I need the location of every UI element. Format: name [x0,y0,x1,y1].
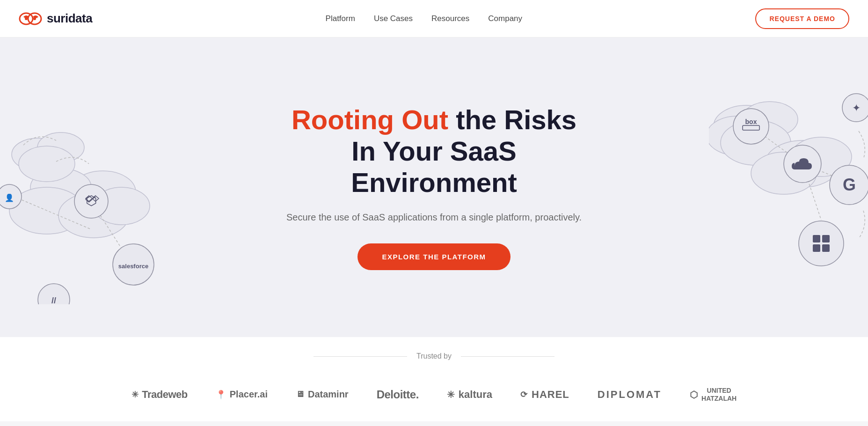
svg-text:box: box [745,118,757,125]
hero-subtitle: Secure the use of SaaS applications from… [275,210,593,225]
logo-united-hatzalah: ⬡ UNITEDHATZALAH [690,387,737,403]
kaltura-icon: ✳ [447,389,455,400]
request-demo-button[interactable]: REQUEST A DEMO [755,8,849,29]
svg-rect-42 [813,235,820,242]
logo[interactable]: suridata [19,9,92,28]
hero-title: Rooting Out the RisksIn Your SaaS Enviro… [275,104,593,198]
placer-icon: 📍 [216,389,226,400]
logo-diplomat: DIPLOMAT [598,389,662,401]
logo-kaltura: ✳ kaltura [447,389,492,401]
trusted-logos: ✳ Tradeweb 📍 Placer.ai 🖥 Dataminr Deloit… [28,387,840,412]
svg-text:👤: 👤 [5,193,14,202]
explore-platform-button[interactable]: EXPLORE THE PLATFORM [357,243,510,270]
svg-point-33 [733,109,769,144]
hero-content: Rooting Out the RisksIn Your SaaS Enviro… [275,104,593,270]
united-hatzalah-icon: ⬡ [690,389,698,400]
logo-placer: 📍 Placer.ai [216,389,268,400]
logo-deloitte: Deloitte. [377,388,419,401]
logo-tradeweb: ✳ Tradeweb [131,389,188,401]
trusted-section: Trusted by ✳ Tradeweb 📍 Placer.ai 🖥 Data… [0,337,868,421]
svg-text:✦: ✦ [852,102,861,114]
svg-text:salesforce: salesforce [118,263,148,270]
trusted-label: Trusted by [416,352,452,360]
dataminr-icon: 🖥 [296,389,304,399]
svg-text://: // [51,296,56,304]
left-cloud-illustration: ⬡ salesforce // 👤 [0,70,178,304]
svg-point-3 [33,17,36,20]
svg-rect-45 [822,244,830,252]
nav-resources[interactable]: Resources [431,14,469,23]
right-cloud-illustration: box ✦ G [709,70,868,304]
svg-rect-44 [813,244,820,252]
svg-point-41 [799,221,844,266]
nav-use-cases[interactable]: Use Cases [374,14,413,23]
svg-point-2 [25,17,28,20]
svg-text:G: G [843,175,856,194]
logo-text: suridata [47,11,92,26]
hero-title-highlight: Rooting Out [292,104,448,135]
logo-dataminr: 🖥 Dataminr [296,389,349,400]
logo-icon [19,9,42,28]
header: suridata Platform Use Cases Resources Co… [0,0,868,37]
svg-rect-43 [822,235,830,242]
harel-icon: ⟳ [520,389,528,400]
logo-harel: ⟳ HAREL [520,389,569,401]
main-nav: Platform Use Cases Resources Company [326,14,522,23]
hero-section: ⬡ salesforce // 👤 Rooting Out the RisksI… [0,37,868,337]
nav-platform[interactable]: Platform [326,14,355,23]
svg-point-12 [19,146,75,182]
nav-company[interactable]: Company [488,14,522,23]
tradeweb-icon: ✳ [131,389,139,400]
